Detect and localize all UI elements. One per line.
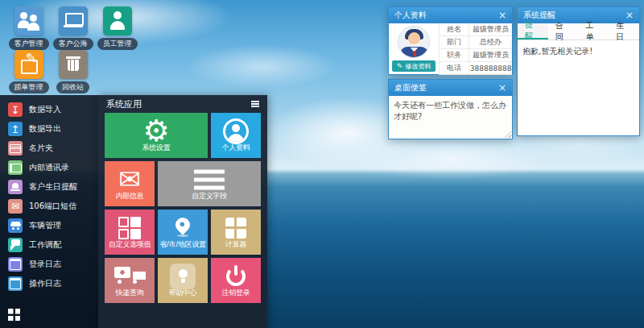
desktop-shortcut[interactable]: 跟单管理 (6, 50, 51, 93)
sidebar-item-label: 内部通讯录 (29, 162, 69, 173)
app-tile-icon (226, 267, 246, 286)
note-panel-header[interactable]: 桌面便签 × (389, 80, 512, 96)
sidebar: 数据导入 数据导出 名片夹 内部通讯录 (0, 95, 98, 328)
sidebar-item[interactable]: 工作调配 (0, 235, 98, 255)
sidebar-item[interactable]: 登录日志 (0, 255, 98, 274)
tile-grid: 系统设置 个人资料 内部信息 自定义字段 (98, 113, 267, 303)
app-tile-icon (194, 169, 225, 189)
app-tile-icon (116, 169, 143, 190)
app-tile-label: 个人资料 (211, 143, 261, 153)
edit-profile-button[interactable]: ✎ 修改资料 (392, 60, 436, 72)
app-tile[interactable]: 注销登录 (211, 258, 261, 303)
app-tile[interactable]: 计算器 (211, 210, 261, 255)
profile-field-value: 超级管理员 (469, 49, 512, 62)
sidebar-item-label: 操作日志 (29, 278, 61, 289)
desktop-shortcut[interactable]: 客户公海 (51, 6, 95, 50)
profile-field-label: 姓名 (439, 23, 469, 36)
app-tile-icon (225, 218, 246, 239)
desktop-shortcut-label: 客户公海 (53, 38, 93, 50)
sidebar-item-icon (8, 141, 23, 156)
profile-field-value: 超级管理员 (469, 23, 512, 36)
profile-panel-header[interactable]: 个人资料 × (389, 7, 512, 23)
app-tile[interactable]: 自定义选项值 (105, 210, 155, 255)
desktop-shortcut-icon (103, 6, 132, 35)
app-tile[interactable]: 个人资料 (211, 113, 261, 158)
edit-profile-label: 修改资料 (405, 62, 431, 71)
desktop-shortcuts: 客户管理 客户公海 员工管理 跟单管理 回收站 (6, 6, 139, 93)
desktop-shortcut-icon (14, 6, 43, 35)
avatar (398, 26, 430, 58)
sidebar-item-icon (8, 102, 23, 117)
sidebar-item-label: 工作调配 (29, 239, 61, 251)
profile-panel-title: 个人资料 (394, 10, 427, 21)
sidebar-item-label: 数据导出 (29, 123, 61, 135)
desktop-shortcut-label: 跟单管理 (9, 81, 49, 93)
app-tile[interactable]: 快递查询 (105, 258, 155, 303)
avatar-face (408, 32, 420, 44)
close-icon[interactable]: × (498, 83, 506, 93)
sidebar-item[interactable]: 操作日志 (0, 274, 98, 293)
reminder-empty-text: 抱歉,暂无相关记录! (518, 40, 639, 63)
app-tile[interactable]: 系统设置 (105, 113, 208, 158)
sidebar-item[interactable]: 客户生日提醒 (0, 177, 98, 197)
reminder-panel: 系统提醒 × 提醒 合同 工单 生日 抱歉,暂无相关记录! (517, 6, 640, 136)
app-tile-icon (175, 218, 191, 239)
profile-field-value: 总经办 (469, 36, 512, 49)
profile-field-label: 电话 (439, 62, 469, 75)
app-tile-icon (223, 118, 249, 144)
reminder-tab[interactable]: 合同 (548, 23, 579, 39)
sidebar-item[interactable]: 数据导出 (0, 119, 98, 139)
sidebar-item[interactable]: 内部通讯录 (0, 158, 98, 177)
app-tile-label: 内部信息 (105, 191, 155, 201)
app-tile[interactable]: 自定义字段 (158, 161, 261, 206)
sidebar-item-icon (8, 238, 23, 252)
sidebar-item[interactable]: 数据导入 (0, 100, 98, 119)
sidebar-item[interactable]: 名片夹 (0, 139, 98, 158)
sidebar-item[interactable]: 106端口短信 (0, 197, 98, 216)
desktop-shortcut[interactable]: 员工管理 (95, 6, 139, 50)
app-tile-label: 注销登录 (211, 288, 261, 298)
app-tile-label: 系统设置 (105, 143, 208, 153)
app-tile-label: 帮助中心 (158, 288, 208, 298)
cloud (346, 135, 555, 180)
cloud (185, 44, 338, 89)
desktop-shortcut-icon (14, 50, 43, 79)
app-tile-label: 省/市/地区设置 (158, 239, 208, 250)
close-icon[interactable]: × (498, 10, 506, 20)
sidebar-item-icon (8, 180, 23, 194)
app-tile-label: 计算器 (211, 239, 261, 250)
app-tile-label: 快递查询 (105, 288, 155, 298)
app-tile-icon (142, 117, 171, 146)
desktop: 客户管理 客户公海 员工管理 跟单管理 回收站 (0, 0, 644, 328)
sidebar-item[interactable]: 车辆管理 (0, 216, 98, 235)
desktop-shortcut-icon (59, 6, 88, 35)
sidebar-item-label: 客户生日提醒 (29, 181, 77, 193)
reminder-tab[interactable]: 工单 (579, 23, 609, 39)
sidebar-item-label: 车辆管理 (29, 220, 61, 231)
app-tile-label: 自定义选项值 (105, 239, 155, 250)
reminder-tab[interactable]: 生日 (609, 23, 639, 39)
desktop-shortcut[interactable]: 回收站 (51, 50, 95, 93)
app-tile[interactable]: 省/市/地区设置 (158, 210, 208, 255)
desktop-shortcut[interactable]: 客户管理 (6, 6, 51, 50)
profile-body: ✎ 修改资料 姓名 超级管理员 部门 总经办 职务 超级管理员 电话 13888… (389, 23, 512, 75)
windows-start-button[interactable] (8, 309, 21, 322)
edit-pencil-icon: ✎ (397, 63, 403, 70)
desktop-shortcut-label: 回收站 (56, 81, 89, 93)
app-tile-icon (118, 217, 141, 239)
resize-handle[interactable] (504, 131, 511, 138)
panel-menu-icon[interactable] (251, 101, 259, 107)
sidebar-item-icon (8, 218, 23, 233)
profile-left-column: ✎ 修改资料 (389, 23, 439, 75)
sidebar-menu: 数据导入 数据导出 名片夹 内部通讯录 (0, 95, 98, 293)
reminder-tab[interactable]: 提醒 (518, 23, 548, 39)
app-tile-icon (170, 264, 196, 289)
app-tile[interactable]: 帮助中心 (158, 258, 208, 303)
app-panel-title: 系统应用 (106, 98, 142, 110)
profile-field-label: 部门 (439, 36, 469, 49)
close-icon[interactable]: × (625, 10, 634, 20)
sidebar-item-label: 数据导入 (29, 104, 61, 115)
note-text: 今天还有一些工作没做，怎么办才好呢? (394, 101, 506, 121)
app-tile[interactable]: 内部信息 (105, 161, 155, 206)
note-content[interactable]: 今天还有一些工作没做，怎么办才好呢? (389, 96, 512, 139)
